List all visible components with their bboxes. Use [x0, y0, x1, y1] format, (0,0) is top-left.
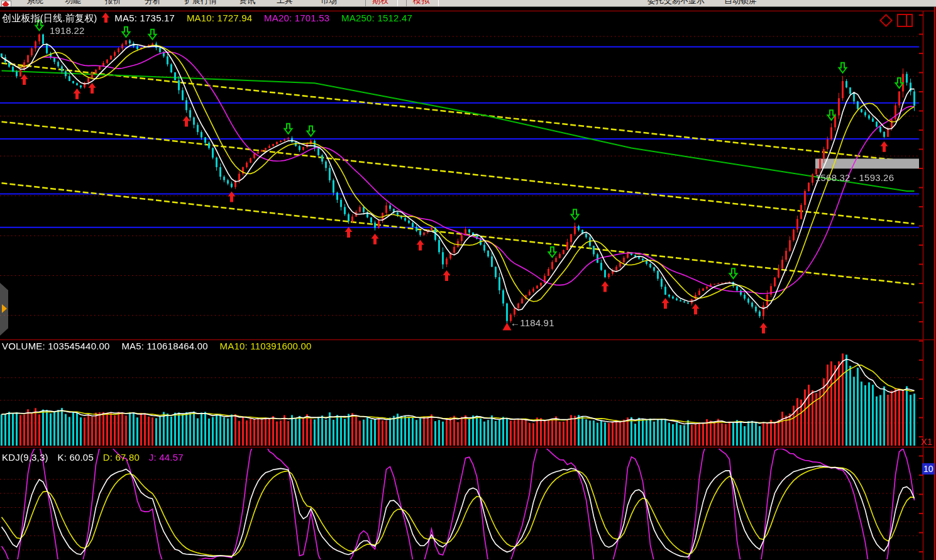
- menu-function[interactable]: 功能: [65, 0, 81, 6]
- main-chart-header: 创业板指(日线.前复权) MA5: 1735.17 MA10: 1727.94 …: [2, 13, 412, 25]
- volume-value: 103545440.00: [48, 341, 109, 351]
- kdj-header: KDJ(9,3,3) K: 60.05 D: 67.80 J: 44.57: [2, 452, 184, 463]
- menu-quotes[interactable]: 报价: [105, 0, 121, 6]
- high-price-annotation: 1918.22: [50, 25, 85, 36]
- ma20-label: MA20:: [264, 13, 292, 23]
- menubar-status-text: 委托交易不显示: [647, 0, 705, 6]
- volume-label: VOLUME:: [2, 341, 45, 351]
- kdj-k-label: K:: [57, 452, 67, 463]
- ma5-value: 1735.17: [140, 13, 175, 23]
- up-arrow-icon: [102, 13, 110, 23]
- menu-extended-quotes[interactable]: 扩展行情: [184, 0, 217, 6]
- low-price-annotation: ←1184.91: [510, 317, 554, 328]
- menubar: 系统 功能 报价 分析 扩展行情 资讯 工具 市场 期权 模拟 委托交易不显示 …: [0, 0, 936, 7]
- kdj-j-label: J:: [149, 452, 157, 463]
- kdj-scale-label: 10: [922, 463, 935, 475]
- ma20-value: 1701.53: [295, 13, 330, 23]
- ma250-value: 1512.47: [377, 13, 412, 23]
- kdj-d-label: D:: [103, 452, 113, 463]
- volume-ma10-value: 110391600.00: [250, 341, 311, 351]
- menubar-lock-text[interactable]: 自动锁屏: [724, 0, 757, 6]
- sidebar-expand-handle[interactable]: [0, 283, 8, 336]
- volume-ma10-label: MA10:: [220, 341, 248, 351]
- menu-market[interactable]: 市场: [321, 0, 337, 6]
- app-icon: [1, 1, 11, 7]
- volume-ma5-value: 110618464.00: [147, 341, 208, 351]
- kdj-name: KDJ(9,3,3): [2, 452, 48, 463]
- ma10-value: 1727.94: [217, 13, 253, 23]
- menu-analysis[interactable]: 分析: [145, 0, 161, 6]
- menu-news[interactable]: 资讯: [239, 0, 255, 6]
- trading-app-window: 系统 功能 报价 分析 扩展行情 资讯 工具 市场 期权 模拟 委托交易不显示 …: [0, 0, 936, 560]
- expand-arrow-icon: [2, 304, 7, 313]
- menu-tools[interactable]: 工具: [277, 0, 293, 6]
- volume-header: VOLUME: 103545440.00 MA5: 110618464.00 M…: [2, 341, 312, 351]
- ma5-label: MA5:: [114, 13, 137, 23]
- gap-range-annotation: 1568.32 - 1593.26: [815, 172, 894, 183]
- split-window-icon[interactable]: [897, 14, 913, 27]
- ma250-label: MA250:: [341, 13, 375, 23]
- symbol-title: 创业板指(日线.前复权): [2, 13, 97, 23]
- kdj-d-value: 67.80: [115, 452, 140, 463]
- chart-canvas[interactable]: [0, 0, 936, 560]
- menu-options[interactable]: 期权: [372, 0, 388, 6]
- kdj-j-value: 44.57: [159, 452, 184, 463]
- menu-system[interactable]: 系统: [27, 0, 43, 6]
- menu-simulation[interactable]: 模拟: [413, 0, 429, 6]
- kdj-k-value: 60.05: [69, 452, 94, 463]
- volume-ma5-label: MA5:: [121, 341, 144, 351]
- ma10-label: MA10:: [187, 13, 214, 23]
- volume-axis-multiplier: X1: [921, 436, 932, 447]
